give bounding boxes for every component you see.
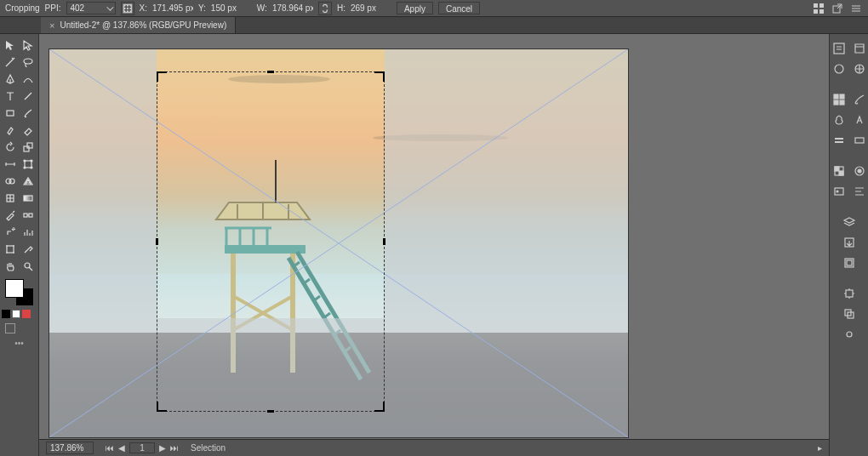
swatches-panel-icon[interactable] [830,90,848,109]
svg-rect-74 [847,260,852,265]
link-wh-icon[interactable] [318,2,332,15]
symbols-panel-icon[interactable] [830,111,848,129]
crop-handle-right[interactable] [383,238,385,245]
paintbrush-tool[interactable] [20,105,37,121]
crop-handle-br[interactable] [374,402,385,412]
crop-handle-tr[interactable] [374,71,385,82]
brushes-panel-icon[interactable] [850,90,869,109]
transparency-panel-icon[interactable] [830,162,848,180]
properties-panel-icon[interactable] [830,39,848,58]
artboard-prev-icon[interactable]: ◀ [117,443,126,453]
mini-swatch-black[interactable] [2,310,10,318]
crop-selection[interactable] [157,71,385,412]
width-tool[interactable] [2,157,19,172]
status-menu-icon[interactable]: ▸ [818,443,822,453]
rotate-tool[interactable] [2,140,19,155]
svg-point-22 [24,167,26,168]
svg-point-20 [24,160,26,162]
magic-wand-tool[interactable] [2,54,19,70]
artboard-next-icon[interactable]: ▶ [158,443,167,453]
layers-panel-icon[interactable] [840,213,859,231]
h-input[interactable] [351,3,391,13]
grid-picker-icon[interactable] [812,2,825,15]
zoom-level-field[interactable]: 137.86% [46,442,94,454]
align-panel-icon[interactable] [850,182,869,201]
graphic-styles-panel-icon[interactable] [830,182,848,201]
artboard-tool[interactable] [2,242,19,257]
cancel-button[interactable]: Cancel [438,2,480,14]
transform-panel-icon[interactable] [840,284,859,303]
rectangle-tool[interactable] [2,105,19,121]
crop-handle-left[interactable] [156,238,158,245]
ppi-dropdown[interactable]: 402 [66,2,116,14]
type-tool[interactable] [2,88,19,104]
artboards-panel-icon[interactable] [840,254,859,272]
pathfinder-panel-icon[interactable] [840,305,859,323]
app-root: Cropping PPI: 402 X: Y: W: H: Apply Canc… [0,0,868,456]
draw-mode-row [2,323,37,333]
character-panel-icon[interactable] [850,111,869,129]
eyedropper-tool[interactable] [2,208,19,223]
svg-point-5 [126,7,128,9]
shape-builder-tool[interactable] [2,174,19,189]
asset-export-panel-icon[interactable] [840,233,859,252]
color-panel-icon[interactable] [830,60,848,78]
artboard-first-icon[interactable]: ⏮ [106,443,114,453]
artboard-last-icon[interactable]: ⏭ [170,443,179,453]
panel-menu-icon[interactable] [849,2,863,15]
apply-button[interactable]: Apply [397,2,433,14]
gradient-tool[interactable] [20,191,37,206]
line-segment-tool[interactable] [20,88,37,104]
crop-handle-top[interactable] [267,71,274,73]
crop-handle-bottom[interactable] [267,410,274,413]
lasso-tool[interactable] [20,54,37,70]
svg-point-8 [126,10,128,12]
draw-normal-icon[interactable] [5,323,15,333]
blend-tool[interactable] [20,208,37,223]
curvature-tool[interactable] [20,71,37,87]
zoom-tool[interactable] [20,259,37,274]
color-guide-panel-icon[interactable] [850,60,869,78]
edit-toolbar-icon[interactable]: ••• [2,339,37,348]
svg-point-6 [129,7,131,9]
slice-tool[interactable] [20,242,37,257]
perspective-grid-tool[interactable] [20,174,37,189]
free-transform-tool[interactable] [20,157,37,172]
mini-swatch-accent[interactable] [22,310,31,318]
pen-tool[interactable] [2,71,19,87]
w-label: W: [257,3,267,13]
stroke-panel-icon[interactable] [830,131,848,150]
close-tab-icon[interactable]: × [49,20,54,31]
hand-tool[interactable] [2,259,19,274]
appearance-panel-icon[interactable] [850,162,869,180]
artboard-current[interactable]: 1 [129,442,155,453]
mini-swatch-white[interactable] [12,310,20,318]
artboard[interactable] [49,49,628,437]
symbol-sprayer-tool[interactable] [2,225,19,240]
document-tab[interactable]: × Untitled-2* @ 137.86% (RGB/GPU Preview… [41,17,236,33]
shaper-tool[interactable] [2,123,19,138]
mesh-tool[interactable] [2,191,19,206]
selection-tool[interactable] [2,37,19,53]
svg-rect-66 [835,167,839,171]
column-graph-tool[interactable] [20,225,37,240]
y-input[interactable] [211,3,252,13]
w-input[interactable] [272,3,313,13]
canvas-area[interactable]: 137.86% ⏮ ◀ 1 ▶ ⏭ Selection ▸ [39,34,829,456]
links-panel-icon[interactable] [840,325,859,344]
libraries-panel-icon[interactable] [850,39,869,58]
crop-handle-tl[interactable] [157,71,167,82]
scale-tool[interactable] [20,140,37,155]
popout-icon[interactable] [831,2,844,15]
x-input[interactable] [152,3,193,13]
gradient-panel-icon[interactable] [850,131,869,150]
eraser-tool[interactable] [20,123,37,138]
panel-dock [829,34,868,456]
reference-point-icon[interactable] [121,2,134,15]
direct-selection-tool[interactable] [20,37,37,53]
color-swatches[interactable] [2,279,37,306]
crop-handle-bl[interactable] [157,402,167,412]
svg-point-21 [31,160,32,162]
ppi-label: PPI: [45,3,61,13]
fill-color-swatch[interactable] [5,279,24,298]
